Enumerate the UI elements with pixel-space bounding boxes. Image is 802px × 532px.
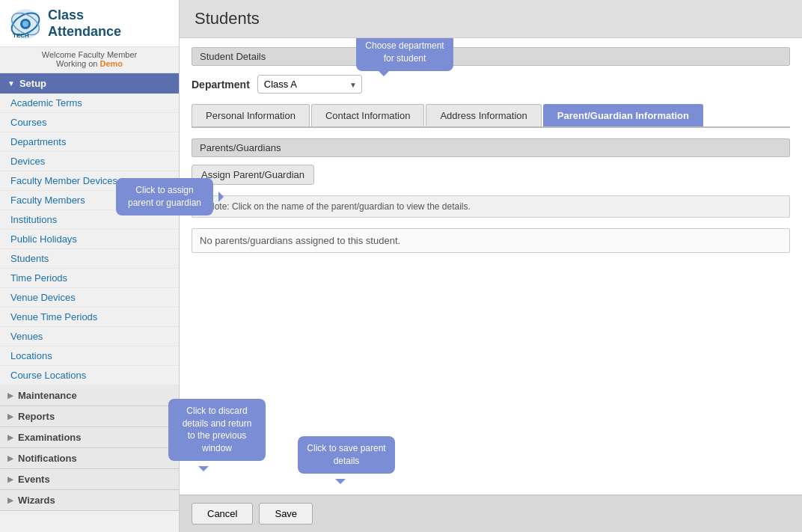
save-button[interactable]: Save (259, 503, 313, 525)
sidebar-item-time-periods[interactable]: Time Periods (0, 269, 179, 288)
sidebar-item-locations[interactable]: Locations (0, 346, 179, 366)
app-title-line1: Class (48, 7, 121, 24)
parents-guardians-bar: Parents/Guardians (192, 138, 790, 157)
sidebar-header: TECH Class Attendance (0, 0, 179, 47)
tab-address-information[interactable]: Address Information (426, 104, 541, 126)
events-arrow-icon: ▶ (7, 475, 13, 483)
cancel-button[interactable]: Cancel (192, 503, 253, 525)
sidebar-scroll[interactable]: ▼ Setup Academic Terms Courses Departmen… (0, 73, 179, 532)
tabs-bar: Personal Information Contact Information… (192, 104, 790, 128)
wizards-label: Wizards (18, 495, 55, 506)
note-bar: ℹ Note: Click on the name of the parent/… (192, 195, 790, 218)
maintenance-label: Maintenance (18, 390, 77, 401)
main-area: Students Student Details Department Clas… (180, 0, 802, 532)
reports-label: Reports (18, 411, 55, 422)
no-guardians-message: No parents/guardians assigned to this st… (192, 228, 790, 253)
sidebar-item-venue-time-periods[interactable]: Venue Time Periods (0, 308, 179, 327)
sidebar-item-courses[interactable]: Courses (0, 113, 179, 132)
tab-parent-guardian-information[interactable]: Parent/Guardian Information (543, 104, 703, 126)
events-label: Events (18, 474, 50, 485)
student-details-bar: Student Details (192, 47, 790, 66)
app-logo: TECH (9, 7, 42, 40)
department-select[interactable]: Class A Class B Class C (257, 75, 362, 94)
department-label: Department (192, 79, 250, 91)
department-select-wrap[interactable]: Class A Class B Class C (257, 75, 362, 94)
main-content: Student Details Department Class A Class… (180, 38, 802, 495)
setup-section[interactable]: ▼ Setup (0, 73, 179, 94)
reports-arrow-icon: ▶ (7, 412, 13, 421)
sidebar-item-departments[interactable]: Departments (0, 132, 179, 152)
tab-contact-information[interactable]: Contact Information (311, 104, 424, 126)
sidebar-item-venues[interactable]: Venues (0, 327, 179, 346)
welcome-text: Welcome Faculty MemberWorking on Demo (0, 47, 179, 73)
tab-personal-information[interactable]: Personal Information (192, 104, 310, 126)
notifications-section[interactable]: ▶ Notifications (0, 448, 179, 469)
notifications-arrow-icon: ▶ (7, 454, 13, 462)
events-section[interactable]: ▶ Events (0, 469, 179, 490)
sidebar-item-course-locations[interactable]: Course Locations (0, 366, 179, 385)
note-text: Note: Click on the name of the parent/gu… (208, 201, 471, 212)
examinations-label: Examinations (18, 432, 82, 443)
sidebar-item-venue-devices[interactable]: Venue Devices (0, 288, 179, 308)
app-title: Class Attendance (48, 7, 121, 40)
setup-label: Setup (19, 78, 46, 89)
department-row: Department Class A Class B Class C Choos… (192, 75, 790, 94)
maintenance-arrow-icon: ▶ (7, 391, 13, 400)
wizards-arrow-icon: ▶ (7, 496, 13, 504)
setup-arrow-icon: ▼ (7, 79, 15, 88)
tooltip-assign-guardian: Click to assign parent or guardian (116, 178, 213, 215)
sidebar-item-academic-terms[interactable]: Academic Terms (0, 94, 179, 113)
tooltip-save: Click to save parent details (298, 436, 395, 474)
sidebar-item-students[interactable]: Students (0, 249, 179, 269)
sidebar: TECH Class Attendance Welcome Faculty Me… (0, 0, 180, 532)
maintenance-section[interactable]: ▶ Maintenance (0, 385, 179, 406)
examinations-arrow-icon: ▶ (7, 433, 13, 441)
examinations-section[interactable]: ▶ Examinations (0, 427, 179, 448)
svg-text:TECH: TECH (13, 32, 29, 39)
tooltip-cancel: Click to discard details and return to t… (168, 399, 266, 461)
notifications-label: Notifications (18, 453, 77, 464)
sidebar-item-devices[interactable]: Devices (0, 152, 179, 171)
app-title-line2: Attendance (48, 24, 121, 40)
svg-point-4 (22, 21, 28, 27)
reports-section[interactable]: ▶ Reports (0, 406, 179, 427)
main-footer: Cancel Save (180, 495, 802, 532)
tooltip-department: Choose department for student (356, 38, 453, 71)
demo-label: Demo (100, 59, 123, 68)
sidebar-item-public-holidays[interactable]: Public Holidays (0, 230, 179, 249)
main-header: Students (180, 0, 802, 38)
wizards-section[interactable]: ▶ Wizards (0, 490, 179, 511)
page-title: Students (195, 9, 787, 28)
